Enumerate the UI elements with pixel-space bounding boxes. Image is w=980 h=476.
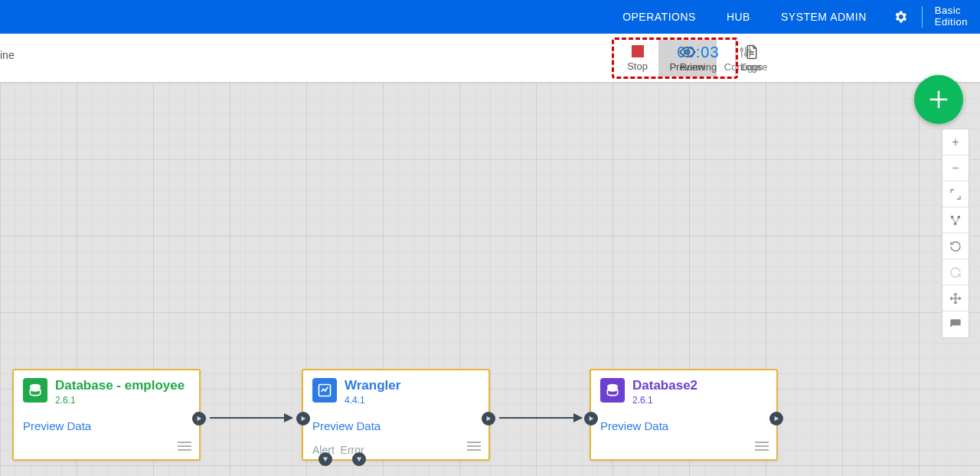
node-menu-icon[interactable] bbox=[755, 439, 769, 453]
node-database2[interactable]: Database2 2.6.1 Preview Data bbox=[590, 369, 778, 461]
stop-icon bbox=[632, 45, 644, 57]
settings-icon[interactable] bbox=[882, 9, 919, 24]
pipeline-canvas[interactable]: + − Database - employee 2.6.1 bbox=[0, 83, 980, 476]
stop-button[interactable]: Stop bbox=[614, 40, 662, 77]
redo-button bbox=[942, 259, 969, 285]
node-version: 2.6.1 bbox=[632, 395, 697, 406]
svg-rect-11 bbox=[951, 216, 953, 218]
svg-marker-22 bbox=[487, 416, 492, 421]
svg-line-15 bbox=[956, 218, 959, 222]
edition-label: Basic Edition bbox=[926, 5, 968, 28]
node-database-employee[interactable]: Database - employee 2.6.1 Preview Data bbox=[12, 369, 201, 461]
nav-operations[interactable]: OPERATIONS bbox=[607, 11, 711, 23]
zoom-out-button[interactable]: − bbox=[942, 155, 969, 181]
logs-label: Logs bbox=[740, 61, 762, 73]
svg-line-14 bbox=[952, 218, 955, 222]
run-time: 00:03 bbox=[677, 44, 719, 61]
connection-arrow bbox=[499, 417, 582, 419]
comment-icon bbox=[949, 318, 962, 331]
node-wrangler[interactable]: Wrangler 4.4.1 Preview Data Alert Error bbox=[302, 369, 490, 461]
svg-marker-21 bbox=[302, 416, 306, 421]
document-icon bbox=[745, 44, 759, 60]
run-control-group: Stop 00:03 Running bbox=[614, 40, 735, 77]
svg-marker-27 bbox=[775, 416, 779, 421]
svg-marker-23 bbox=[323, 458, 328, 462]
edition-line2: Edition bbox=[935, 17, 968, 28]
preview-data-link[interactable]: Preview Data bbox=[600, 419, 668, 432]
input-port[interactable] bbox=[584, 412, 598, 425]
error-port[interactable] bbox=[352, 452, 366, 466]
fit-icon bbox=[949, 188, 962, 201]
node-menu-icon[interactable] bbox=[467, 439, 481, 453]
undo-button[interactable] bbox=[942, 233, 969, 259]
wrangler-icon bbox=[312, 378, 337, 403]
nav-divider bbox=[922, 6, 923, 28]
nodes-icon bbox=[949, 214, 962, 227]
node-title: Database - employee bbox=[55, 378, 185, 393]
node-version: 2.6.1 bbox=[55, 395, 185, 406]
sub-toolbar: ine Preview Configure Stop 00:03 Running… bbox=[0, 34, 980, 83]
database-icon bbox=[600, 378, 625, 403]
nav-system-admin[interactable]: SYSTEM ADMIN bbox=[766, 11, 882, 23]
svg-marker-26 bbox=[590, 416, 594, 421]
top-nav: OPERATIONS HUB SYSTEM ADMIN Basic Editio… bbox=[0, 0, 980, 34]
stop-label: Stop bbox=[627, 60, 648, 72]
layout-button[interactable] bbox=[942, 207, 969, 233]
breadcrumb-fragment: ine bbox=[0, 49, 15, 61]
svg-marker-24 bbox=[357, 458, 361, 462]
zoom-in-button[interactable]: + bbox=[942, 129, 969, 155]
move-icon bbox=[949, 292, 962, 305]
logs-button[interactable]: Logs bbox=[735, 40, 767, 77]
output-port[interactable] bbox=[192, 412, 206, 425]
node-menu-icon[interactable] bbox=[178, 439, 191, 453]
move-button[interactable] bbox=[942, 285, 969, 311]
connection-arrow bbox=[210, 417, 292, 419]
add-button[interactable] bbox=[914, 75, 963, 124]
node-version: 4.4.1 bbox=[345, 395, 400, 406]
canvas-toolbar: + − bbox=[942, 129, 969, 338]
alert-port[interactable] bbox=[318, 452, 332, 466]
input-port[interactable] bbox=[296, 412, 310, 425]
fit-button[interactable] bbox=[942, 181, 969, 207]
node-title: Database2 bbox=[632, 378, 697, 393]
running-indicator: 00:03 Running bbox=[662, 40, 735, 77]
undo-icon bbox=[949, 240, 962, 253]
svg-marker-19 bbox=[198, 416, 202, 421]
plus-icon bbox=[927, 88, 950, 111]
output-port[interactable] bbox=[769, 412, 783, 425]
running-label: Running bbox=[680, 61, 717, 73]
node-title: Wrangler bbox=[345, 378, 400, 393]
output-port[interactable] bbox=[482, 412, 495, 425]
edition-line1: Basic bbox=[935, 5, 968, 17]
preview-data-link[interactable]: Preview Data bbox=[23, 419, 91, 432]
nav-hub[interactable]: HUB bbox=[711, 11, 766, 23]
svg-rect-13 bbox=[954, 222, 956, 224]
comment-button[interactable] bbox=[942, 311, 969, 337]
preview-data-link[interactable]: Preview Data bbox=[312, 419, 381, 432]
redo-icon bbox=[949, 266, 962, 279]
database-icon bbox=[23, 378, 47, 403]
svg-rect-12 bbox=[958, 216, 960, 218]
